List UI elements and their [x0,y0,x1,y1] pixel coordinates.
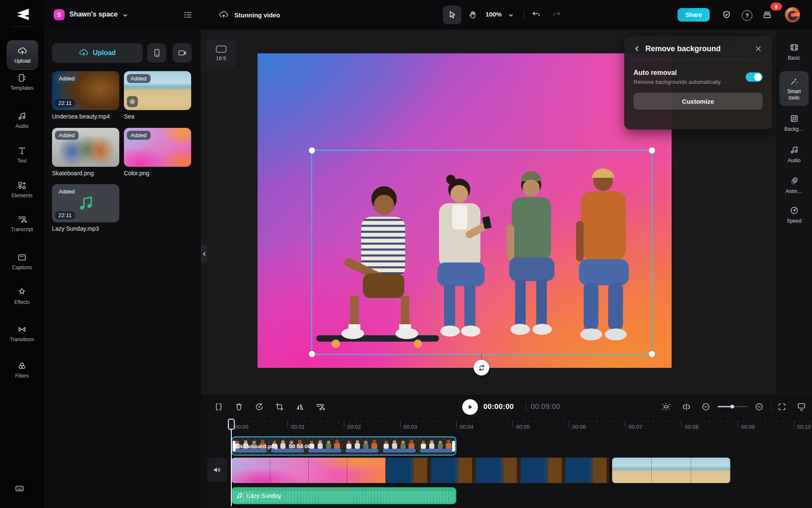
share-button[interactable]: Share [678,8,710,22]
collapse-panel-tab[interactable] [201,245,207,263]
selection-box[interactable] [311,150,653,355]
added-badge: Added [55,131,79,140]
hand-tool-button[interactable] [464,6,482,24]
undo-icon[interactable] [531,10,541,20]
sidebar-item-effects[interactable]: Effects [0,287,44,312]
sidebar-item-templates[interactable]: Templates [0,73,44,98]
media-item-skateboard[interactable]: Added [52,128,119,167]
sidebar-item-captions[interactable]: Captions [0,252,44,278]
added-badge: Added [55,187,79,196]
split-preview-icon[interactable] [681,402,691,412]
sidebar-item-text[interactable]: Text [0,146,44,171]
clip-undersea-beauty[interactable] [386,458,609,483]
from-phone-button[interactable] [147,43,166,63]
zoom-out-icon[interactable] [701,402,711,412]
tab-label: Smart tools [784,88,804,101]
ruler-tick-label: 00:02 [347,424,361,430]
video-preview[interactable] [258,53,672,368]
customize-button[interactable]: Customize [634,93,763,110]
divider [634,59,763,60]
zoom-level[interactable]: 100% [486,11,502,18]
auto-removal-toggle[interactable] [746,72,763,82]
preview-display-icon[interactable] [796,402,807,412]
sidebar-item-transcript[interactable]: Transcript [0,214,44,240]
cursor-icon [447,10,457,20]
speaker-icon [212,465,222,475]
extract-audio-icon[interactable] [315,402,325,412]
sidebar-item-label: Templates [11,85,34,91]
aspect-ratio-button[interactable]: 16:9 [206,39,236,67]
avatar[interactable] [785,7,800,22]
back-icon[interactable] [634,45,640,52]
audio-waveform-peaks [233,489,455,491]
trim-handle-left[interactable] [233,441,236,452]
tab-animation[interactable]: Anim… [776,176,812,195]
crop-icon[interactable] [274,402,285,412]
select-tool-button[interactable] [443,6,461,24]
sidebar-item-upload[interactable]: Upload [7,40,38,70]
aspect-ratio-label: 16:9 [216,55,226,61]
media-item-name: Color.png [124,170,149,177]
zoom-in-icon[interactable] [754,402,764,412]
duration-badge: 22:11 [55,99,75,107]
record-camera-button[interactable] [173,43,192,63]
resize-handle-bottom-right[interactable] [649,351,655,357]
redo-icon[interactable] [551,10,562,20]
resize-handle-top-left[interactable] [309,147,315,154]
timeline-ruler[interactable]: 00:00 00:01 00:02 00:03 00:04 00:05 00:0… [201,420,812,433]
sidebar-item-audio[interactable]: Audio [0,111,44,136]
workspace-badge[interactable]: S [54,9,65,20]
reverse-icon[interactable] [254,402,264,412]
phone-icon [152,48,162,58]
timeline-zoom-slider[interactable] [718,406,748,407]
fit-timeline-icon[interactable] [777,402,787,412]
list-view-icon[interactable] [183,10,193,20]
clip-color-png[interactable] [231,458,386,483]
sidebar-item-filters[interactable]: Filters [0,361,44,386]
trim-handle-right[interactable] [452,441,455,452]
tab-background[interactable]: Backg… [776,113,812,133]
timeline-toolbar: 00:00:00 00:09:00 [201,394,812,420]
tasks-queue-icon[interactable] [762,10,772,20]
track-mute-button[interactable] [207,458,227,482]
upload-button[interactable]: Upload [52,43,143,63]
media-item-undersea[interactable]: Added 22:11 [52,71,119,110]
clip-sea[interactable] [612,458,730,483]
time-separator [526,403,526,411]
play-button[interactable] [462,399,478,415]
close-icon[interactable] [754,44,763,53]
mirror-icon[interactable] [295,402,305,412]
clip-skateboard[interactable]: Skateboard.png 00:04:00 [231,436,456,456]
divider [13,26,31,27]
clip-lazy-sunday-audio[interactable]: Lazy Sunday [231,487,456,504]
sidebar-item-elements[interactable]: Elements [0,180,44,206]
camera-icon [177,48,187,58]
media-item-sea[interactable]: Added [124,71,191,110]
project-title[interactable]: Stunning video [234,11,280,19]
sidebar-item-transitions[interactable]: Transitions [0,324,44,350]
rotate-handle[interactable] [474,360,489,375]
captions-icon [17,252,27,262]
resize-handle-bottom-left[interactable] [309,351,315,357]
timeline: 00:00:00 00:09:00 [201,394,812,508]
media-item-color[interactable]: Added [124,128,191,167]
keyboard-shortcuts-icon[interactable] [14,483,25,494]
playhead-line[interactable] [231,420,232,506]
basic-film-icon [789,42,799,52]
shield-check-icon[interactable] [721,10,732,20]
split-icon[interactable] [214,402,224,412]
playhead-handle[interactable] [228,419,235,430]
background-icon [789,113,799,124]
chevron-down-icon[interactable] [508,13,513,18]
tab-audio[interactable]: Audio [776,145,812,164]
help-button[interactable]: ? [742,10,752,21]
snap-icon[interactable] [661,402,671,412]
tab-basic[interactable]: Basic [776,42,812,61]
chevron-down-icon[interactable] [123,13,128,18]
delete-icon[interactable] [234,402,244,412]
resize-handle-top-right[interactable] [649,147,655,154]
media-item-lazy-sunday[interactable]: Added 22:11 [52,184,119,222]
tab-smart-tools[interactable]: Smart tools [779,71,809,106]
workspace-name[interactable]: Shawn's space [69,11,118,18]
tab-speed[interactable]: Speed [776,205,812,224]
